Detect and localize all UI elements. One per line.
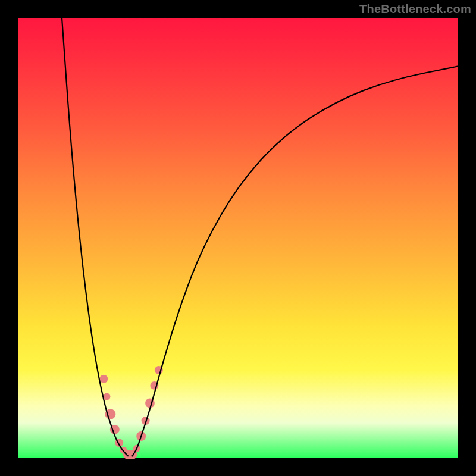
curve-right-branch bbox=[132, 66, 458, 456]
data-marker bbox=[145, 399, 155, 408]
plot-area bbox=[18, 18, 458, 458]
data-marker bbox=[103, 393, 110, 400]
markers-group bbox=[99, 366, 162, 459]
chart-svg bbox=[18, 18, 458, 458]
watermark-text: TheBottleneck.com bbox=[359, 2, 471, 16]
curve-left-branch bbox=[62, 18, 128, 456]
data-marker bbox=[99, 375, 108, 383]
chart-frame: TheBottleneck.com bbox=[0, 0, 476, 476]
